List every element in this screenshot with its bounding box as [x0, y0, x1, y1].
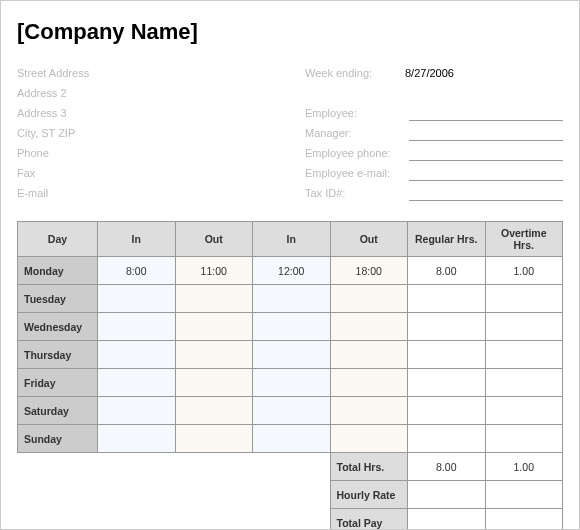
ot-hrs-cell [485, 425, 563, 453]
day-cell: Saturday [18, 397, 98, 425]
total-pay-reg [408, 509, 486, 531]
day-cell: Wednesday [18, 313, 98, 341]
fax: Fax [17, 163, 275, 183]
col-in1: In [98, 222, 176, 257]
table-row: Monday8:0011:0012:0018:008.001.00 [18, 257, 563, 285]
day-cell: Thursday [18, 341, 98, 369]
timesheet-table: Day In Out In Out Regular Hrs. Overtime … [17, 221, 563, 530]
meta-block: Week ending: 8/27/2006 Employee: Manager… [305, 63, 563, 203]
out1-cell[interactable] [175, 369, 253, 397]
emp-phone-field[interactable] [409, 145, 563, 161]
week-ending-label: Week ending: [305, 67, 405, 79]
reg-hrs-cell [408, 425, 486, 453]
col-in2: In [253, 222, 331, 257]
address-3: Address 3 [17, 103, 275, 123]
header-section: Street Address Address 2 Address 3 City,… [17, 63, 563, 203]
total-hrs-ot: 1.00 [485, 453, 563, 481]
ot-hrs-cell [485, 341, 563, 369]
hourly-rate-ot[interactable] [485, 481, 563, 509]
in2-cell[interactable] [253, 341, 331, 369]
out1-cell[interactable] [175, 397, 253, 425]
total-hrs-label: Total Hrs. [330, 453, 408, 481]
col-out1: Out [175, 222, 253, 257]
manager-label: Manager: [305, 127, 405, 139]
tax-id-label: Tax ID#: [305, 187, 405, 199]
hourly-rate-reg[interactable] [408, 481, 486, 509]
city-st-zip: City, ST ZIP [17, 123, 275, 143]
company-name-title: [Company Name] [17, 19, 563, 45]
in1-cell[interactable]: 8:00 [98, 257, 176, 285]
total-pay-label: Total Pay [330, 509, 408, 531]
reg-hrs-cell [408, 313, 486, 341]
col-regular-hrs: Regular Hrs. [408, 222, 486, 257]
out2-cell[interactable]: 18:00 [330, 257, 408, 285]
out2-cell[interactable] [330, 313, 408, 341]
manager-field[interactable] [409, 125, 563, 141]
reg-hrs-cell [408, 341, 486, 369]
out1-cell[interactable]: 11:00 [175, 257, 253, 285]
ot-hrs-cell [485, 285, 563, 313]
out2-cell[interactable] [330, 369, 408, 397]
tax-id-field[interactable] [409, 185, 563, 201]
table-row: Sunday [18, 425, 563, 453]
ot-hrs-cell [485, 397, 563, 425]
in2-cell[interactable] [253, 425, 331, 453]
in1-cell[interactable] [98, 313, 176, 341]
out2-cell[interactable] [330, 285, 408, 313]
reg-hrs-cell [408, 369, 486, 397]
street-address: Street Address [17, 63, 275, 83]
out1-cell[interactable] [175, 285, 253, 313]
day-cell: Sunday [18, 425, 98, 453]
table-row: Wednesday [18, 313, 563, 341]
total-pay-row: Total Pay [18, 509, 563, 531]
col-out2: Out [330, 222, 408, 257]
emp-phone-label: Employee phone: [305, 147, 405, 159]
col-day: Day [18, 222, 98, 257]
table-row: Saturday [18, 397, 563, 425]
out2-cell[interactable] [330, 341, 408, 369]
col-overtime-hrs: Overtime Hrs. [485, 222, 563, 257]
in2-cell[interactable] [253, 313, 331, 341]
in2-cell[interactable] [253, 369, 331, 397]
table-row: Thursday [18, 341, 563, 369]
hourly-rate-row: Hourly Rate [18, 481, 563, 509]
in1-cell[interactable] [98, 285, 176, 313]
day-cell: Monday [18, 257, 98, 285]
in1-cell[interactable] [98, 341, 176, 369]
phone: Phone [17, 143, 275, 163]
ot-hrs-cell [485, 369, 563, 397]
out1-cell[interactable] [175, 313, 253, 341]
reg-hrs-cell: 8.00 [408, 257, 486, 285]
reg-hrs-cell [408, 397, 486, 425]
employee-label: Employee: [305, 107, 405, 119]
ot-hrs-cell [485, 313, 563, 341]
day-cell: Friday [18, 369, 98, 397]
in2-cell[interactable] [253, 285, 331, 313]
out2-cell[interactable] [330, 425, 408, 453]
ot-hrs-cell: 1.00 [485, 257, 563, 285]
in1-cell[interactable] [98, 369, 176, 397]
email: E-mail [17, 183, 275, 203]
total-hrs-reg: 8.00 [408, 453, 486, 481]
address-block: Street Address Address 2 Address 3 City,… [17, 63, 275, 203]
reg-hrs-cell [408, 285, 486, 313]
total-pay-ot [485, 509, 563, 531]
table-row: Friday [18, 369, 563, 397]
out2-cell[interactable] [330, 397, 408, 425]
table-row: Tuesday [18, 285, 563, 313]
in1-cell[interactable] [98, 397, 176, 425]
table-header-row: Day In Out In Out Regular Hrs. Overtime … [18, 222, 563, 257]
emp-email-label: Employee e-mail: [305, 167, 405, 179]
out1-cell[interactable] [175, 341, 253, 369]
total-hrs-row: Total Hrs. 8.00 1.00 [18, 453, 563, 481]
address-2: Address 2 [17, 83, 275, 103]
day-cell: Tuesday [18, 285, 98, 313]
employee-field[interactable] [409, 105, 563, 121]
emp-email-field[interactable] [409, 165, 563, 181]
hourly-rate-label: Hourly Rate [330, 481, 408, 509]
out1-cell[interactable] [175, 425, 253, 453]
in2-cell[interactable]: 12:00 [253, 257, 331, 285]
in2-cell[interactable] [253, 397, 331, 425]
week-ending-value: 8/27/2006 [405, 67, 563, 79]
in1-cell[interactable] [98, 425, 176, 453]
